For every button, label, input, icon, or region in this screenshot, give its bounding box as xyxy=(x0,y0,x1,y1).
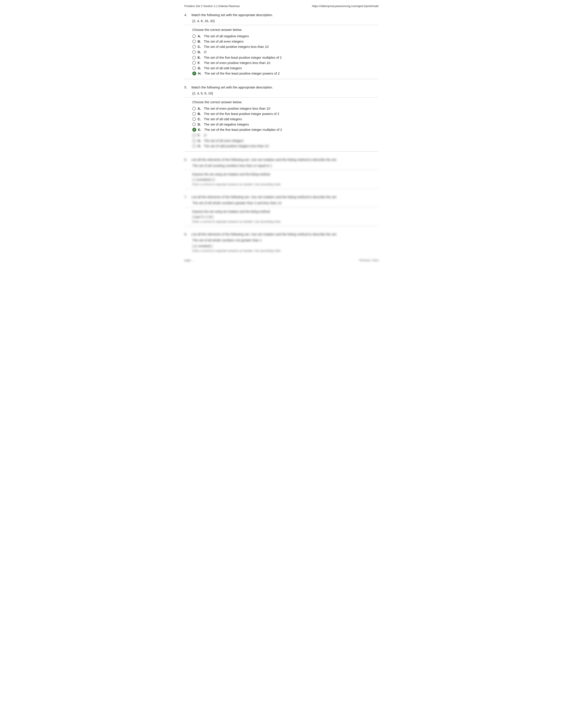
footer-left: page ... xyxy=(184,259,194,262)
letter-4-a: A. xyxy=(197,34,202,38)
question-5-choose-label: Choose the correct answer below. xyxy=(192,100,379,104)
question-5-number: 5. xyxy=(184,85,189,89)
answer-4-f[interactable]: F. The set of even positive integers les… xyxy=(192,61,379,65)
divider-4b xyxy=(184,79,379,79)
letter-4-c: C. xyxy=(197,45,202,49)
text-4-f: The set of even positive integers less t… xyxy=(204,61,270,65)
radio-5-b[interactable] xyxy=(192,112,196,116)
question-6-instruction: Express the set using set notation and t… xyxy=(192,173,379,176)
letter-5-a: A. xyxy=(197,107,202,110)
question-4-choose-label: Choose the correct answer below. xyxy=(192,28,379,32)
question-4-number: 4. xyxy=(184,13,189,17)
footer-right: Previous / Next xyxy=(359,259,379,262)
question-5-answer-list: A. The set of even positive integers les… xyxy=(192,107,379,148)
radio-4-b[interactable] xyxy=(192,40,196,43)
letter-5-f: F. xyxy=(197,133,202,137)
question-8-set: The set of all whole numbers not greater… xyxy=(192,238,379,242)
answer-5-e[interactable]: E. The set of the five least positive in… xyxy=(192,128,379,132)
radio-5-c[interactable] xyxy=(192,117,196,121)
question-6-header: 6. List all the elements of the followin… xyxy=(184,158,379,161)
radio-4-c[interactable] xyxy=(192,45,196,49)
question-6-number: 6. xyxy=(184,158,189,161)
answer-4-a[interactable]: A. The set of all negative integers xyxy=(192,34,379,38)
answer-5-g: G. The set of all even integers xyxy=(192,139,379,143)
radio-4-g[interactable] xyxy=(192,66,196,70)
radio-5-a[interactable] xyxy=(192,107,196,110)
text-4-b: The set of all even integers xyxy=(204,39,243,43)
question-8-number: 8. xyxy=(184,232,189,236)
radio-4-a[interactable] xyxy=(192,34,196,38)
answer-5-b[interactable]: B. The set of the five least positive in… xyxy=(192,112,379,116)
letter-4-f: F. xyxy=(197,61,202,65)
letter-4-e: E. xyxy=(197,56,202,59)
answer-4-e[interactable]: E. The set of the five least positive in… xyxy=(192,56,379,59)
radio-5-h xyxy=(192,144,196,148)
radio-4-f[interactable] xyxy=(192,61,196,65)
answer-5-h: H. The set of odd positive integers less… xyxy=(192,144,379,148)
text-5-a: The set of even positive integers less t… xyxy=(204,107,270,110)
letter-4-d: D. xyxy=(197,50,202,54)
text-4-a: The set of all negative integers xyxy=(204,34,249,38)
answer-4-c[interactable]: C. The set of odd positive integers less… xyxy=(192,45,379,49)
question-4: 4. Match the following set with the appr… xyxy=(184,13,379,79)
question-6-note: Enter a comma to separate answers as nee… xyxy=(192,183,379,186)
question-7-answer: { (use 5 1 2 3) } xyxy=(192,215,379,219)
letter-5-e: E. xyxy=(198,128,202,131)
answer-5-c[interactable]: C. The set of all odd integers xyxy=(192,117,379,121)
question-4-header: 4. Match the following set with the appr… xyxy=(184,13,379,17)
letter-5-g: G. xyxy=(197,139,202,143)
question-4-prompt: Match the following set with the appropr… xyxy=(191,13,273,17)
question-7-set: The set of all whole numbers greater tha… xyxy=(192,201,379,205)
answer-5-a[interactable]: A. The set of even positive integers les… xyxy=(192,107,379,110)
text-5-g: The set of all even integers xyxy=(204,139,243,143)
question-6-set: The set of all counting numbers less tha… xyxy=(192,164,379,167)
footer: page ... Previous / Next xyxy=(184,259,379,262)
radio-4-e[interactable] xyxy=(192,56,196,59)
letter-4-g: G. xyxy=(197,66,202,70)
answer-4-b[interactable]: B. The set of all even integers xyxy=(192,39,379,43)
answer-4-h[interactable]: H. The set of the five least positive in… xyxy=(192,71,379,75)
radio-4-d[interactable] xyxy=(192,50,196,54)
question-7-note: Enter a comma to separate answers as nee… xyxy=(192,220,379,223)
question-7-instruction: Express the set using set notation and t… xyxy=(192,210,379,213)
header-right: https://xlitemprod.pearsoncmg.com/api/v1… xyxy=(312,4,379,8)
radio-5-g xyxy=(192,139,196,143)
divider-5a xyxy=(184,97,379,98)
question-6-prompt: List all the elements of the following s… xyxy=(191,158,337,161)
question-4-answer-list: A. The set of all negative integers B. T… xyxy=(192,34,379,75)
answer-5-d[interactable]: D. The set of all negative integers xyxy=(192,122,379,126)
question-7: 7. List all the elements of the followin… xyxy=(184,195,379,226)
text-5-c: The set of all odd integers xyxy=(204,117,242,121)
header: Problem Set 2 Section 2.1-Dakota Rasimas… xyxy=(184,4,379,8)
question-7-header: 7. List all the elements of the followin… xyxy=(184,195,379,199)
question-5-set: {2, 4, 6, 8, 10} xyxy=(192,91,379,95)
text-5-h: The set of odd positive integers less th… xyxy=(204,144,269,148)
text-5-d: The set of all negative integers xyxy=(204,122,249,126)
question-5-prompt: Match the following set with the appropr… xyxy=(191,85,273,89)
divider-5b xyxy=(184,151,379,152)
question-6: 6. List all the elements of the followin… xyxy=(184,158,379,189)
question-5-header: 5. Match the following set with the appr… xyxy=(184,85,379,89)
question-8-note: Enter a comma to separate answers as nee… xyxy=(192,249,379,252)
answer-4-g[interactable]: G. The set of all odd integers xyxy=(192,66,379,70)
radio-4-h-checked[interactable] xyxy=(192,71,196,75)
question-8-answer: { (1 constant) } xyxy=(192,244,379,248)
question-5: 5. Match the following set with the appr… xyxy=(184,85,379,152)
divider-6a xyxy=(184,170,379,170)
radio-5-e-checked[interactable] xyxy=(192,128,196,132)
text-4-c: The set of odd positive integers less th… xyxy=(204,45,269,49)
answer-4-d[interactable]: D. ∅ xyxy=(192,50,379,54)
letter-5-d: D. xyxy=(197,122,202,126)
header-left: Problem Set 2 Section 2.1-Dakota Rasimas xyxy=(184,4,240,8)
question-7-number: 7. xyxy=(184,195,189,199)
letter-5-c: C. xyxy=(197,117,202,121)
question-8: 8. List all the elements of the followin… xyxy=(184,232,379,252)
question-7-prompt: List all the elements of the following s… xyxy=(191,195,337,199)
text-5-f: ∅ xyxy=(204,133,207,137)
question-4-set: {2, 4, 8, 16, 32} xyxy=(192,19,379,23)
text-4-g: The set of all odd integers xyxy=(204,66,242,70)
radio-5-d[interactable] xyxy=(192,123,196,126)
question-8-header: 8. List all the elements of the followin… xyxy=(184,232,379,236)
question-8-prompt: List all the elements of the following s… xyxy=(191,232,337,236)
text-5-e: The set of the five least positive integ… xyxy=(204,128,282,131)
